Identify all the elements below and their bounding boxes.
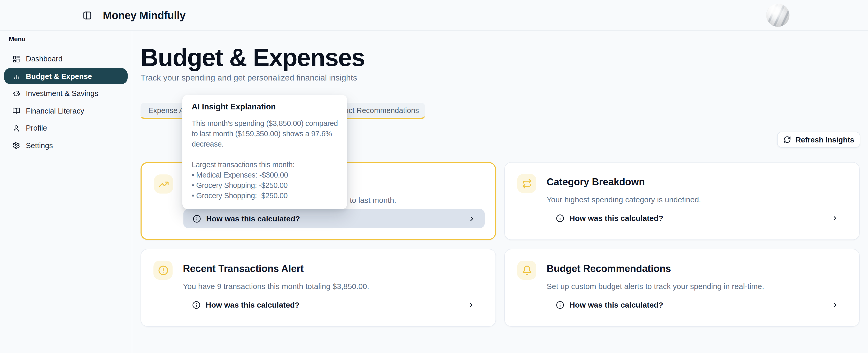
- chevron-right-icon: [831, 214, 839, 222]
- sidebar-nav: Dashboard Budget & Expense: [0, 49, 132, 154]
- how-calculated-label: How was this calculated?: [206, 214, 300, 223]
- tooltip-line: This month's spending ($3,850.00) compar…: [192, 118, 338, 129]
- how-calculated-label: How was this calculated?: [569, 301, 663, 309]
- sidebar-item-investment-savings[interactable]: Investment & Savings: [4, 85, 128, 101]
- chevron-right-icon: [831, 301, 839, 308]
- card-category-breakdown: Category Breakdown Your highest spending…: [504, 162, 860, 240]
- info-icon: [556, 301, 564, 309]
- sidebar-item-label: Investment & Savings: [26, 89, 98, 98]
- alert-circle-icon: [153, 260, 173, 280]
- sidebar-item-label: Budget & Expense: [26, 72, 92, 80]
- sidebar-item-profile[interactable]: Profile: [4, 120, 128, 136]
- card-title: Category Breakdown: [547, 176, 645, 188]
- page-subtitle: Track your spending and get personalized…: [141, 73, 357, 82]
- card-description: to last month.: [350, 196, 396, 204]
- how-calculated-link[interactable]: How was this calculated?: [183, 295, 484, 314]
- bell-icon: [517, 260, 536, 280]
- tooltip-line: Largest transactions this month:: [192, 160, 338, 170]
- how-calculated-link[interactable]: How was this calculated?: [547, 295, 848, 314]
- gear-icon: [12, 141, 20, 149]
- page-title: Budget & Expenses: [141, 43, 365, 72]
- tooltip-line: • Grocery Shopping: -$250.00: [192, 190, 338, 201]
- info-icon: [192, 301, 200, 309]
- tooltip-line: [192, 149, 338, 160]
- info-icon: [556, 214, 564, 222]
- panel-left-icon: [83, 11, 92, 20]
- card-description: You have 9 transactions this month total…: [183, 282, 369, 290]
- chevron-right-icon: [468, 215, 475, 222]
- bar-chart-icon: [12, 72, 20, 80]
- sidebar-item-dashboard[interactable]: Dashboard: [4, 51, 128, 67]
- repeat-icon: [517, 174, 536, 193]
- card-title: Recent Transactions Alert: [183, 263, 304, 275]
- info-icon: [193, 214, 201, 223]
- user-icon: [12, 124, 20, 132]
- tooltip-line: decrease.: [192, 139, 338, 149]
- sidebar-item-label: Financial Literacy: [26, 107, 84, 115]
- sidebar-toggle-button[interactable]: [83, 11, 92, 20]
- refresh-icon: [783, 136, 791, 143]
- sidebar-item-settings[interactable]: Settings: [4, 137, 128, 153]
- app-root: Money Mindfully Menu Dashboard: [0, 0, 868, 353]
- user-avatar[interactable]: [766, 4, 789, 27]
- ai-insight-tooltip: AI Insight Explanation This month's spen…: [182, 95, 347, 209]
- sidebar-item-budget-expense[interactable]: Budget & Expense: [4, 68, 128, 84]
- piggy-bank-icon: [12, 90, 20, 97]
- card-description: Set up custom budget alerts to track you…: [547, 282, 764, 290]
- open-book-icon: [12, 107, 20, 114]
- how-calculated-link[interactable]: How was this calculated?: [183, 209, 485, 228]
- sidebar-item-label: Profile: [26, 124, 47, 132]
- how-calculated-label: How was this calculated?: [569, 214, 663, 222]
- sidebar-item-label: Settings: [26, 141, 53, 149]
- card-recent-transactions-alert: Recent Transactions Alert You have 9 tra…: [141, 249, 496, 327]
- tooltip-line: • Grocery Shopping: -$250.00: [192, 180, 338, 190]
- tooltip-title: AI Insight Explanation: [192, 102, 338, 111]
- sidebar-section-label: Menu: [9, 36, 26, 43]
- tooltip-line: to last month ($159,350.00) shows a 97.6…: [192, 129, 338, 139]
- card-description: Your highest spending category is undefi…: [547, 195, 701, 204]
- card-title: Budget Recommendations: [547, 263, 671, 275]
- tooltip-line: • Medical Expenses: -$300.00: [192, 170, 338, 180]
- refresh-insights-button[interactable]: Refresh Insights: [777, 132, 860, 148]
- how-calculated-label: How was this calculated?: [206, 301, 300, 309]
- app-header: Money Mindfully: [0, 0, 868, 31]
- refresh-insights-label: Refresh Insights: [796, 136, 854, 144]
- app-title: Money Mindfully: [103, 0, 185, 30]
- sidebar: Menu Dashboard Budget & Expense: [0, 30, 132, 353]
- dashboard-grid-icon: [12, 55, 20, 63]
- sidebar-item-label: Dashboard: [26, 55, 63, 63]
- sidebar-item-financial-literacy[interactable]: Financial Literacy: [4, 103, 128, 119]
- chevron-right-icon: [468, 301, 475, 308]
- how-calculated-link[interactable]: How was this calculated?: [547, 209, 848, 227]
- trending-up-icon: [154, 174, 173, 193]
- card-budget-recommendations: Budget Recommendations Set up custom bud…: [504, 249, 860, 327]
